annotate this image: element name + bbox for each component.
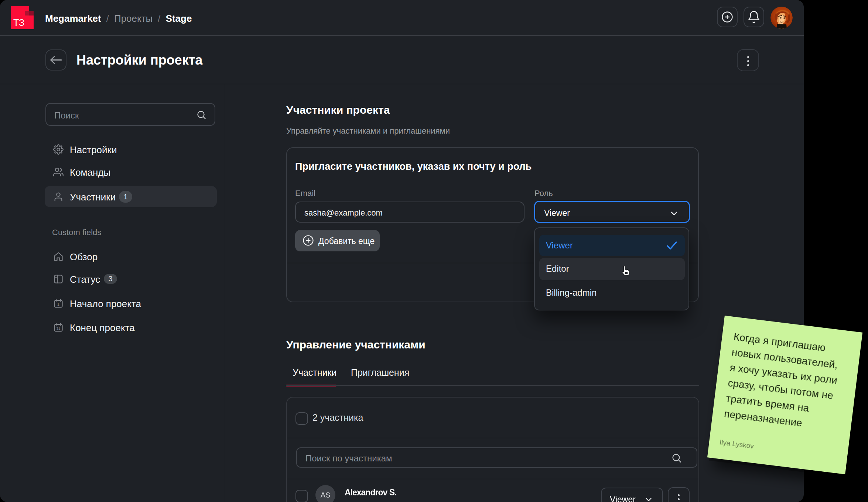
svg-text:1: 1 xyxy=(57,302,59,306)
svg-text:31: 31 xyxy=(56,326,61,330)
